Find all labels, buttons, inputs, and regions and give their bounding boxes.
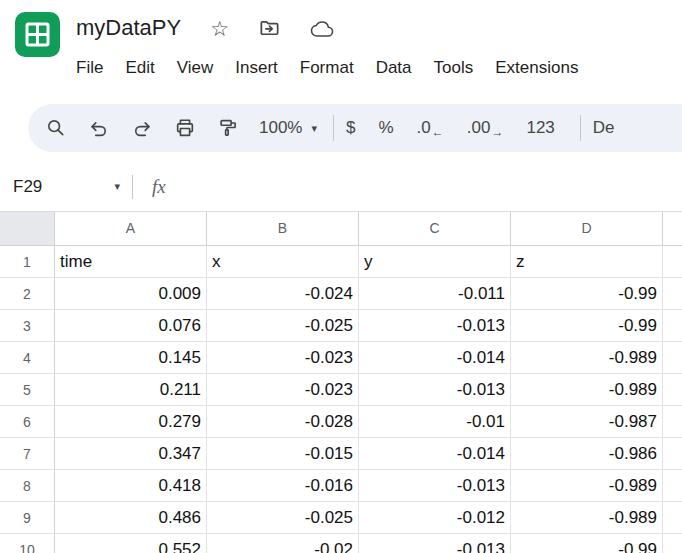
cell-B5[interactable]: -0.023 xyxy=(207,374,359,406)
cell-partial-4[interactable] xyxy=(663,342,682,374)
select-all-corner[interactable] xyxy=(0,212,55,246)
toolbar-divider xyxy=(333,115,334,141)
percent-format-button[interactable]: % xyxy=(378,118,393,138)
column-header-A[interactable]: A xyxy=(55,212,207,246)
chevron-down-icon: ▾ xyxy=(311,122,317,135)
cell-C2[interactable]: -0.011 xyxy=(359,278,511,310)
paint-format-icon[interactable] xyxy=(216,117,240,139)
menu-data[interactable]: Data xyxy=(365,54,423,82)
column-header-D[interactable]: D xyxy=(511,212,663,246)
formula-bar-divider xyxy=(132,175,133,199)
sheet-row-2: 20.009-0.024-0.011-0.99 xyxy=(0,278,682,310)
title-row: myDataPY ☆ xyxy=(76,8,589,48)
row-header-5[interactable]: 5 xyxy=(0,374,55,406)
cell-A2[interactable]: 0.009 xyxy=(55,278,207,310)
cell-C6[interactable]: -0.01 xyxy=(359,406,511,438)
cell-B8[interactable]: -0.016 xyxy=(207,470,359,502)
column-header-C[interactable]: C xyxy=(359,212,511,246)
cell-D6[interactable]: -0.987 xyxy=(511,406,663,438)
zoom-selector[interactable]: 100% ▾ xyxy=(259,118,317,138)
menu-extensions[interactable]: Extensions xyxy=(484,54,589,82)
sheet-row-8: 80.418-0.016-0.013-0.989 xyxy=(0,470,682,502)
menu-tools[interactable]: Tools xyxy=(423,54,485,82)
increase-decimal-button[interactable]: .00 → xyxy=(467,118,504,138)
cell-A8[interactable]: 0.418 xyxy=(55,470,207,502)
cell-B9[interactable]: -0.025 xyxy=(207,502,359,534)
column-header-B[interactable]: B xyxy=(207,212,359,246)
cell-A7[interactable]: 0.347 xyxy=(55,438,207,470)
column-header-partial[interactable] xyxy=(663,212,682,246)
cell-B4[interactable]: -0.023 xyxy=(207,342,359,374)
menu-insert[interactable]: Insert xyxy=(224,54,289,82)
cell-partial-5[interactable] xyxy=(663,374,682,406)
cell-partial-7[interactable] xyxy=(663,438,682,470)
menu-edit[interactable]: Edit xyxy=(114,54,165,82)
cell-partial-3[interactable] xyxy=(663,310,682,342)
cell-partial-8[interactable] xyxy=(663,470,682,502)
search-icon[interactable] xyxy=(44,117,68,139)
cell-B10[interactable]: -0.02 xyxy=(207,534,359,553)
cell-C9[interactable]: -0.012 xyxy=(359,502,511,534)
row-header-6[interactable]: 6 xyxy=(0,406,55,438)
cell-A6[interactable]: 0.279 xyxy=(55,406,207,438)
cell-C3[interactable]: -0.013 xyxy=(359,310,511,342)
cell-A10[interactable]: 0.552 xyxy=(55,534,207,553)
cell-A4[interactable]: 0.145 xyxy=(55,342,207,374)
row-header-3[interactable]: 3 xyxy=(0,310,55,342)
row-header-7[interactable]: 7 xyxy=(0,438,55,470)
row-header-2[interactable]: 2 xyxy=(0,278,55,310)
cell-D9[interactable]: -0.989 xyxy=(511,502,663,534)
cell-A5[interactable]: 0.211 xyxy=(55,374,207,406)
currency-format-button[interactable]: $ xyxy=(346,118,355,138)
star-icon[interactable]: ☆ xyxy=(210,18,229,39)
row-header-8[interactable]: 8 xyxy=(0,470,55,502)
cell-partial-1[interactable] xyxy=(663,246,682,278)
sheets-logo[interactable] xyxy=(14,11,61,58)
cell-D7[interactable]: -0.986 xyxy=(511,438,663,470)
cell-C4[interactable]: -0.014 xyxy=(359,342,511,374)
menu-format[interactable]: Format xyxy=(289,54,365,82)
cell-C8[interactable]: -0.013 xyxy=(359,470,511,502)
cell-C10[interactable]: -0.013 xyxy=(359,534,511,553)
cell-partial-2[interactable] xyxy=(663,278,682,310)
cell-D10[interactable]: -0.99 xyxy=(511,534,663,553)
cell-D2[interactable]: -0.99 xyxy=(511,278,663,310)
formula-input[interactable] xyxy=(166,162,682,211)
cell-partial-6[interactable] xyxy=(663,406,682,438)
menu-view[interactable]: View xyxy=(166,54,225,82)
row-header-1[interactable]: 1 xyxy=(0,246,55,278)
cell-B6[interactable]: -0.028 xyxy=(207,406,359,438)
cell-C5[interactable]: -0.013 xyxy=(359,374,511,406)
cell-B3[interactable]: -0.025 xyxy=(207,310,359,342)
cell-A3[interactable]: 0.076 xyxy=(55,310,207,342)
row-header-10[interactable]: 10 xyxy=(0,534,55,553)
cell-partial-10[interactable] xyxy=(663,534,682,553)
cloud-status-icon[interactable] xyxy=(310,16,334,40)
decrease-decimal-button[interactable]: .0 ← xyxy=(417,118,444,138)
menu-file[interactable]: File xyxy=(65,54,114,82)
cell-D4[interactable]: -0.989 xyxy=(511,342,663,374)
more-formats-button[interactable]: 123 xyxy=(526,118,554,138)
row-header-9[interactable]: 9 xyxy=(0,502,55,534)
cell-A1[interactable]: time xyxy=(55,246,207,278)
undo-icon[interactable] xyxy=(87,117,111,139)
document-title[interactable]: myDataPY xyxy=(76,15,181,41)
cell-reference: F29 xyxy=(13,177,42,197)
font-selector[interactable]: De xyxy=(593,118,615,138)
cell-B7[interactable]: -0.015 xyxy=(207,438,359,470)
cell-B2[interactable]: -0.024 xyxy=(207,278,359,310)
redo-icon[interactable] xyxy=(130,117,154,139)
row-header-4[interactable]: 4 xyxy=(0,342,55,374)
cell-D1[interactable]: z xyxy=(511,246,663,278)
cell-D5[interactable]: -0.989 xyxy=(511,374,663,406)
cell-B1[interactable]: x xyxy=(207,246,359,278)
cell-partial-9[interactable] xyxy=(663,502,682,534)
move-folder-icon[interactable] xyxy=(258,17,281,40)
print-icon[interactable] xyxy=(173,117,197,139)
cell-C7[interactable]: -0.014 xyxy=(359,438,511,470)
cell-D8[interactable]: -0.989 xyxy=(511,470,663,502)
cell-D3[interactable]: -0.99 xyxy=(511,310,663,342)
cell-C1[interactable]: y xyxy=(359,246,511,278)
name-box[interactable]: F29 ▾ xyxy=(0,177,132,197)
cell-A9[interactable]: 0.486 xyxy=(55,502,207,534)
